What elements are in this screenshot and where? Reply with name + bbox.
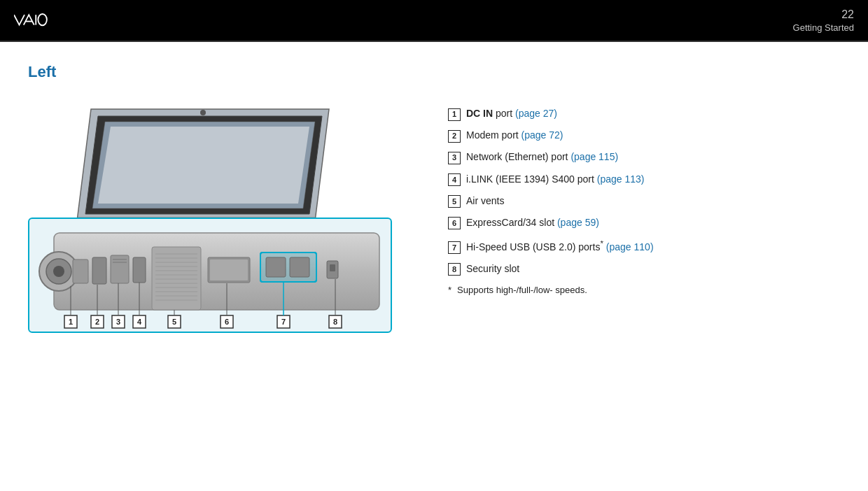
feature-text-4: i.LINK (IEEE 1394) S400 port (page 113) xyxy=(466,171,644,188)
svg-rect-45 xyxy=(210,259,248,280)
feature-badge-1: 1 xyxy=(448,108,461,121)
svg-text:8: 8 xyxy=(333,318,337,326)
laptop-diagram-area: vaio xyxy=(28,95,392,333)
feature-badge-2: 2 xyxy=(448,130,461,143)
feature-label-1: DC IN xyxy=(466,108,493,119)
svg-rect-47 xyxy=(266,257,286,277)
svg-rect-25 xyxy=(73,259,88,283)
svg-rect-26 xyxy=(92,257,106,284)
feature-badge-8: 8 xyxy=(448,263,461,276)
footnote-text: Supports high-/full-/low- speeds. xyxy=(457,285,587,295)
svg-rect-50 xyxy=(330,264,335,271)
feature-link-7: (page 110) xyxy=(606,241,654,252)
feature-text-6: ExpressCard/34 slot (page 59) xyxy=(466,214,599,232)
feature-badge-7: 7 xyxy=(448,241,461,254)
feature-text-1: DC IN port (page 27) xyxy=(466,105,557,122)
svg-text:5: 5 xyxy=(172,318,176,326)
feature-item-4: 4 i.LINK (IEEE 1394) S400 port (page 113… xyxy=(448,171,840,188)
feature-badge-5: 5 xyxy=(448,195,461,208)
section-label: Getting Started xyxy=(793,22,854,33)
detail-zoom-box: 1 2 3 4 5 xyxy=(28,218,392,333)
logo-area xyxy=(14,10,49,31)
detail-diagram: 1 2 3 4 5 xyxy=(29,219,392,333)
feature-badge-3: 3 xyxy=(448,152,461,164)
feature-item-3: 3 Network (Ethernet) port (page 115) xyxy=(448,148,840,166)
svg-text:7: 7 xyxy=(281,318,286,326)
right-panel: 1 DC IN port (page 27) 2 Modem port (pag… xyxy=(420,63,840,477)
feature-item-5: 5 Air vents xyxy=(448,192,840,210)
superscript-7: * xyxy=(600,239,603,248)
footnotes: * Supports high-/full-/low- speeds. xyxy=(448,285,840,295)
feature-link-6: (page 59) xyxy=(557,217,599,228)
footnote-star: * xyxy=(448,285,451,295)
footnote-item-1: * Supports high-/full-/low- speeds. xyxy=(448,285,840,295)
svg-text:6: 6 xyxy=(225,318,229,326)
feature-link-4: (page 113) xyxy=(597,173,645,185)
svg-rect-48 xyxy=(290,257,309,277)
svg-text:2: 2 xyxy=(95,318,99,326)
feature-item-8: 8 Security slot xyxy=(448,260,840,278)
svg-text:3: 3 xyxy=(116,318,120,326)
svg-text:1: 1 xyxy=(69,318,73,326)
feature-text-3: Network (Ethernet) port (page 115) xyxy=(466,148,618,166)
feature-link-1: (page 27) xyxy=(515,108,557,119)
vaio-logo-icon xyxy=(14,10,49,31)
feature-link-3: (page 115) xyxy=(570,151,618,162)
feature-list: 1 DC IN port (page 27) 2 Modem port (pag… xyxy=(448,105,840,278)
feature-item-1: 1 DC IN port (page 27) xyxy=(448,105,840,122)
left-panel: Left xyxy=(28,63,420,477)
main-content: Left xyxy=(0,42,868,491)
svg-point-7 xyxy=(200,110,206,115)
feature-text-7: Hi-Speed USB (USB 2.0) ports* (page 110) xyxy=(466,236,654,256)
svg-text:4: 4 xyxy=(137,318,142,326)
page-number: 22 xyxy=(841,8,854,21)
svg-point-2 xyxy=(38,14,47,25)
page-header: 22 Getting Started xyxy=(0,0,868,42)
feature-item-7: 7 Hi-Speed USB (USB 2.0) ports* (page 11… xyxy=(448,236,840,256)
feature-badge-6: 6 xyxy=(448,217,461,229)
svg-rect-30 xyxy=(133,257,146,283)
feature-text-5: Air vents xyxy=(466,192,504,210)
svg-point-24 xyxy=(53,266,64,277)
feature-item-6: 6 ExpressCard/34 slot (page 59) xyxy=(448,214,840,232)
feature-badge-4: 4 xyxy=(448,173,461,186)
feature-link-2: (page 72) xyxy=(522,129,564,141)
section-title: Left xyxy=(28,63,56,81)
feature-item-2: 2 Modem port (page 72) xyxy=(448,127,840,144)
feature-text-2: Modem port (page 72) xyxy=(466,127,564,144)
svg-marker-6 xyxy=(98,127,309,204)
header-right: 22 Getting Started xyxy=(793,8,854,33)
feature-text-8: Security slot xyxy=(466,260,519,278)
